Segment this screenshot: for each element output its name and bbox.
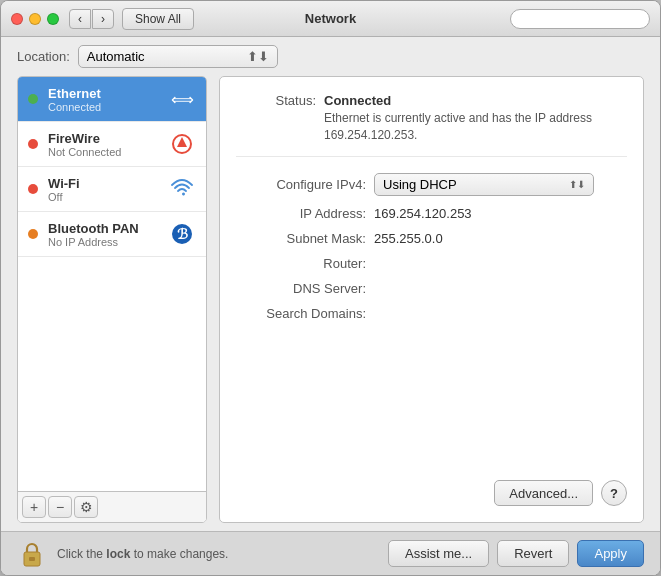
status-field-label: Status: [236, 93, 316, 144]
maximize-button[interactable] [47, 13, 59, 25]
sidebar-item-wifi[interactable]: Wi-Fi Off [18, 167, 206, 212]
firewire-status-dot [28, 139, 38, 149]
wifi-icon [168, 175, 196, 203]
firewire-icon [168, 130, 196, 158]
gear-button[interactable]: ⚙ [74, 496, 98, 518]
bluetooth-status-dot [28, 229, 38, 239]
subnet-value: 255.255.0.0 [374, 231, 443, 246]
subnet-row: Subnet Mask: 255.255.0.0 [236, 231, 627, 246]
ip-value: 169.254.120.253 [374, 206, 472, 221]
lock-text: Click the lock to make changes. [57, 547, 378, 561]
location-label: Location: [17, 49, 70, 64]
search-box[interactable] [510, 9, 650, 29]
show-all-button[interactable]: Show All [122, 8, 194, 30]
lock-suffix: to make changes. [130, 547, 228, 561]
sidebar-list: Ethernet Connected ⟺ FireWire Not Connec… [18, 77, 206, 491]
ethernet-icon: ⟺ [168, 85, 196, 113]
bottom-buttons: Assist me... Revert Apply [388, 540, 644, 567]
add-connection-button[interactable]: + [22, 496, 46, 518]
wifi-name: Wi-Fi [48, 176, 158, 191]
svg-marker-1 [177, 137, 187, 147]
status-description: Ethernet is currently active and has the… [324, 110, 627, 144]
sidebar-footer: + − ⚙ [18, 491, 206, 522]
status-section: Status: Connected Ethernet is currently … [236, 93, 627, 157]
configure-value: Using DHCP [383, 177, 457, 192]
sidebar-item-bluetooth[interactable]: Bluetooth PAN No IP Address ℬ [18, 212, 206, 257]
router-row: Router: [236, 256, 627, 271]
ethernet-item-text: Ethernet Connected [48, 86, 158, 113]
help-button[interactable]: ? [601, 480, 627, 506]
lock-icon[interactable] [17, 539, 47, 569]
network-window: ‹ › Show All Network Location: Automatic… [0, 0, 661, 576]
ip-label: IP Address: [236, 206, 366, 221]
search-domains-label: Search Domains: [236, 306, 366, 321]
location-arrows-icon: ⬆⬇ [247, 49, 269, 64]
status-content: Connected Ethernet is currently active a… [324, 93, 627, 144]
ethernet-status: Connected [48, 101, 158, 113]
router-label: Router: [236, 256, 366, 271]
svg-rect-5 [29, 557, 35, 561]
nav-buttons: ‹ › [69, 9, 114, 29]
status-value: Connected [324, 93, 627, 108]
bluetooth-icon: ℬ [168, 220, 196, 248]
subnet-label: Subnet Mask: [236, 231, 366, 246]
search-input[interactable] [519, 12, 641, 26]
wifi-status-dot [28, 184, 38, 194]
content-area: Ethernet Connected ⟺ FireWire Not Connec… [1, 76, 660, 531]
configure-arrows-icon: ⬆⬇ [569, 179, 585, 190]
traffic-lights [11, 13, 59, 25]
svg-text:ℬ: ℬ [177, 226, 188, 242]
window-title: Network [305, 11, 356, 26]
dns-label: DNS Server: [236, 281, 366, 296]
sidebar-item-firewire[interactable]: FireWire Not Connected [18, 122, 206, 167]
advanced-button[interactable]: Advanced... [494, 480, 593, 506]
location-value: Automatic [87, 49, 145, 64]
firewire-item-text: FireWire Not Connected [48, 131, 158, 158]
lock-link[interactable]: lock [106, 547, 130, 561]
configure-dropdown[interactable]: Using DHCP ⬆⬇ [374, 173, 594, 196]
location-toolbar: Location: Automatic ⬆⬇ [1, 37, 660, 76]
ethernet-status-dot [28, 94, 38, 104]
ethernet-name: Ethernet [48, 86, 158, 101]
location-dropdown[interactable]: Automatic ⬆⬇ [78, 45, 278, 68]
wifi-item-text: Wi-Fi Off [48, 176, 158, 203]
fields-section: Configure IPv4: Using DHCP ⬆⬇ IP Address… [236, 173, 627, 472]
firewire-status: Not Connected [48, 146, 158, 158]
remove-connection-button[interactable]: − [48, 496, 72, 518]
close-button[interactable] [11, 13, 23, 25]
apply-button[interactable]: Apply [577, 540, 644, 567]
bottom-bar: Click the lock to make changes. Assist m… [1, 531, 660, 575]
search-domains-row: Search Domains: [236, 306, 627, 321]
configure-row: Configure IPv4: Using DHCP ⬆⬇ [236, 173, 627, 196]
minimize-button[interactable] [29, 13, 41, 25]
revert-button[interactable]: Revert [497, 540, 569, 567]
bluetooth-item-text: Bluetooth PAN No IP Address [48, 221, 158, 248]
assist-button[interactable]: Assist me... [388, 540, 489, 567]
sidebar: Ethernet Connected ⟺ FireWire Not Connec… [17, 76, 207, 523]
titlebar: ‹ › Show All Network [1, 1, 660, 37]
ip-row: IP Address: 169.254.120.253 [236, 206, 627, 221]
lock-prefix: Click the [57, 547, 106, 561]
forward-button[interactable]: › [92, 9, 114, 29]
bluetooth-status: No IP Address [48, 236, 158, 248]
configure-label: Configure IPv4: [236, 177, 366, 192]
panel-footer: Advanced... ? [236, 472, 627, 506]
back-button[interactable]: ‹ [69, 9, 91, 29]
firewire-name: FireWire [48, 131, 158, 146]
main-panel: Status: Connected Ethernet is currently … [219, 76, 644, 523]
wifi-status: Off [48, 191, 158, 203]
dns-row: DNS Server: [236, 281, 627, 296]
bluetooth-name: Bluetooth PAN [48, 221, 158, 236]
sidebar-item-ethernet[interactable]: Ethernet Connected ⟺ [18, 77, 206, 122]
